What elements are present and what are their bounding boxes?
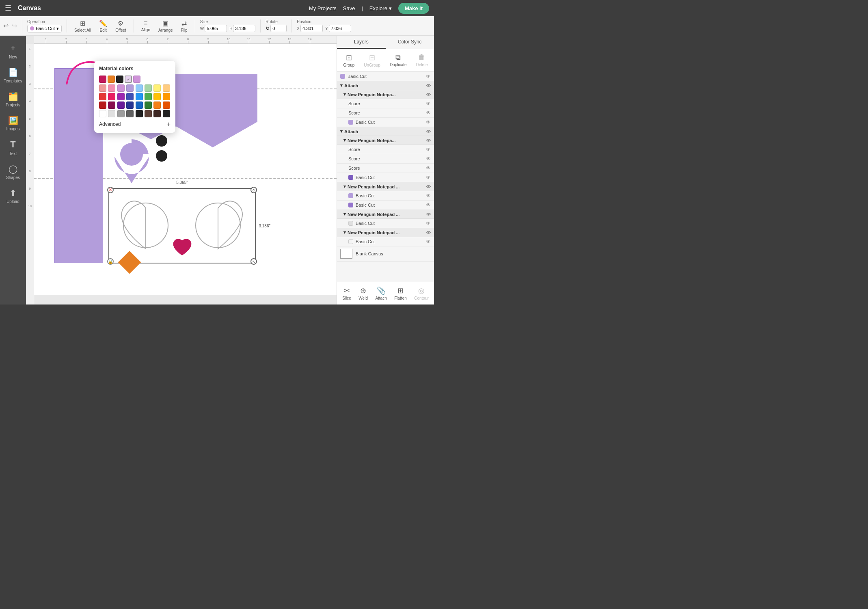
penguin5-eye-icon[interactable]: 👁 xyxy=(426,230,431,235)
layer-basic-cut-6[interactable]: Basic Cut 👁 xyxy=(337,237,434,246)
swatch-r2c1[interactable] xyxy=(99,93,106,100)
selection-handle-scale[interactable]: ⤡ xyxy=(250,258,257,265)
swatch-r2c6[interactable] xyxy=(145,93,152,100)
sidebar-item-shapes[interactable]: ◯ Shapes xyxy=(0,161,26,183)
flatten-button[interactable]: ⊞ Flatten xyxy=(392,285,409,302)
sidebar-item-projects[interactable]: 🗂️ Projects xyxy=(0,88,26,110)
layer-section-penguin-2[interactable]: ▾ New Penguin Notepa... 👁 xyxy=(337,136,434,145)
layer-section-penguin-1[interactable]: ▾ New Penguin Notepa... 👁 xyxy=(337,90,434,99)
swatch-r4c2[interactable] xyxy=(108,110,115,117)
swatch-r3c5[interactable] xyxy=(136,102,143,109)
swatch-r2c2[interactable] xyxy=(108,93,115,100)
heart-outline-right[interactable] xyxy=(185,192,252,259)
swatch-r1c8[interactable] xyxy=(163,84,170,92)
color-swatch-purple[interactable] xyxy=(133,76,140,83)
penguin3-eye-icon[interactable]: 👁 xyxy=(426,184,431,189)
score-eye-2[interactable]: 👁 xyxy=(426,110,431,116)
explore-button[interactable]: Explore ▾ xyxy=(369,5,392,11)
menu-icon[interactable]: ☰ xyxy=(5,4,11,13)
swatch-r1c2[interactable] xyxy=(108,84,115,92)
sidebar-item-images[interactable]: 🖼️ Images xyxy=(0,112,26,134)
operation-select[interactable]: Basic Cut ▾ xyxy=(27,25,62,32)
sidebar-item-upload[interactable]: ⬆ Upload xyxy=(0,185,26,207)
layer-basic-cut-5[interactable]: Basic Cut 👁 xyxy=(337,219,434,228)
color-swatch-black[interactable] xyxy=(116,76,123,83)
swatch-r4c1[interactable] xyxy=(99,110,106,117)
attach2-eye-icon[interactable]: 👁 xyxy=(426,129,431,134)
swatch-r4c4[interactable] xyxy=(126,110,134,117)
score-eye-3[interactable]: 👁 xyxy=(426,147,431,152)
sidebar-item-text[interactable]: T Text xyxy=(0,136,26,159)
layer-score-5[interactable]: Score 👁 xyxy=(337,164,434,173)
basic-cut-eye-2[interactable]: 👁 xyxy=(426,175,431,180)
layer-score-1[interactable]: Score 👁 xyxy=(337,99,434,108)
shape-eye-2[interactable] xyxy=(156,150,167,162)
score-eye-5[interactable]: 👁 xyxy=(426,165,431,171)
shape-shield[interactable] xyxy=(168,74,257,147)
basic-cut-eye-6[interactable]: 👁 xyxy=(426,239,431,244)
group-button[interactable]: ⊡ Group xyxy=(340,52,358,69)
save-link[interactable]: Save xyxy=(343,5,355,11)
blank-canvas-item[interactable]: Blank Canvas xyxy=(337,246,434,261)
slice-button[interactable]: ✂ Slice xyxy=(340,285,354,302)
canvas-area[interactable]: 1 2 3 4 5 6 7 8 9 10 11 12 13 14 1 2 3 4… xyxy=(26,36,337,304)
swatch-r4c8[interactable] xyxy=(163,110,170,117)
layer-item-basic-cut-top[interactable]: Basic Cut 👁 xyxy=(337,72,434,81)
score-eye-1[interactable]: 👁 xyxy=(426,101,431,106)
swatch-r3c4[interactable] xyxy=(126,102,134,109)
layer-section-penguin-4[interactable]: ▾ New Penguin Notepad ... 👁 xyxy=(337,210,434,219)
rotate-input[interactable] xyxy=(270,25,287,32)
weld-button[interactable]: ⊕ Weld xyxy=(356,285,370,302)
basic-cut-eye-3[interactable]: 👁 xyxy=(426,193,431,199)
swatch-r4c5[interactable] xyxy=(136,110,143,117)
swatch-r2c5[interactable] xyxy=(136,93,143,100)
penguin2-eye-icon[interactable]: 👁 xyxy=(426,138,431,143)
delete-button[interactable]: 🗑 Delete xyxy=(413,52,431,69)
redo-button[interactable]: ↪ xyxy=(12,22,17,30)
heart-outline-left[interactable] xyxy=(112,192,179,259)
color-swatch-pink[interactable] xyxy=(99,76,106,83)
sidebar-item-templates[interactable]: 📄 Templates xyxy=(0,64,26,86)
advanced-plus-icon[interactable]: + xyxy=(167,121,171,128)
layer-score-3[interactable]: Score 👁 xyxy=(337,145,434,154)
basic-cut-eye-1[interactable]: 👁 xyxy=(426,119,431,125)
arrange-button[interactable]: ▣ Arrange xyxy=(156,18,175,34)
canvas-content[interactable]: ✕ ↻ 🔒 ⤡ 5.065" 3.136" xyxy=(34,44,337,295)
swatch-r4c3[interactable] xyxy=(117,110,125,117)
swatch-r3c1[interactable] xyxy=(99,102,106,109)
position-y-input[interactable] xyxy=(329,25,351,32)
penguin-eye-icon[interactable]: 👁 xyxy=(426,92,431,97)
layer-basic-cut-3[interactable]: Basic Cut 👁 xyxy=(337,191,434,201)
swatch-r2c4[interactable] xyxy=(126,93,134,100)
color-swatch-orange[interactable] xyxy=(108,76,115,83)
flip-button[interactable]: ⇄ Flip xyxy=(179,18,190,34)
size-h-input[interactable] xyxy=(233,25,255,32)
swatch-r1c4[interactable] xyxy=(126,84,134,92)
layer-basic-cut-4[interactable]: Basic Cut 👁 xyxy=(337,201,434,210)
shape-beak[interactable] xyxy=(114,157,149,183)
swatch-r1c6[interactable] xyxy=(145,84,152,92)
edit-button[interactable]: ✏️ Edit xyxy=(97,18,110,34)
score-eye-4[interactable]: 👁 xyxy=(426,156,431,162)
selection-handle-lock[interactable]: 🔒 xyxy=(107,258,114,265)
layer-score-4[interactable]: Score 👁 xyxy=(337,154,434,164)
layer-eye-icon[interactable]: 👁 xyxy=(426,73,431,79)
swatch-r1c5[interactable] xyxy=(136,84,143,92)
my-projects-link[interactable]: My Projects xyxy=(309,5,337,11)
layer-section-attach-1[interactable]: ▾ Attach 👁 xyxy=(337,81,434,90)
layer-section-penguin-3[interactable]: ▾ New Penguin Notepad ... 👁 xyxy=(337,182,434,191)
offset-button[interactable]: ⚙ Offset xyxy=(113,18,129,34)
swatch-r3c8[interactable] xyxy=(163,102,170,109)
make-it-button[interactable]: Make It xyxy=(398,3,429,14)
heart-pink[interactable] xyxy=(171,237,193,259)
attach-tool-button[interactable]: 📎 Attach xyxy=(373,285,389,302)
layer-score-2[interactable]: Score 👁 xyxy=(337,108,434,118)
layer-section-penguin-5[interactable]: ▾ New Penguin Notepad ... 👁 xyxy=(337,228,434,237)
sidebar-item-new[interactable]: ＋ New xyxy=(0,39,26,63)
swatch-r1c3[interactable] xyxy=(117,84,125,92)
swatch-r3c3[interactable] xyxy=(117,102,125,109)
swatch-r3c6[interactable] xyxy=(145,102,152,109)
layer-basic-cut-2[interactable]: Basic Cut 👁 xyxy=(337,173,434,182)
tab-color-sync[interactable]: Color Sync xyxy=(386,36,434,49)
advanced-section[interactable]: Advanced + xyxy=(99,121,171,128)
